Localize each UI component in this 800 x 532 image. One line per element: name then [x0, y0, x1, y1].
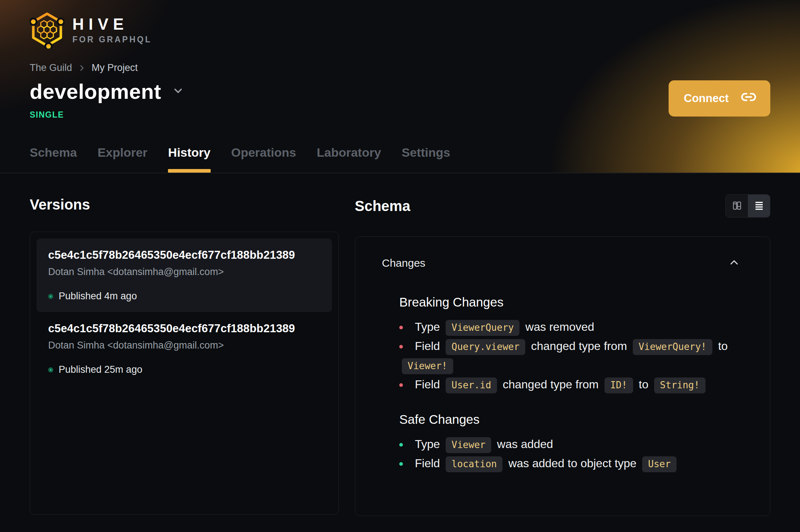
- link-icon: [741, 89, 757, 108]
- changes-body: Breaking ChangesType ViewerQuery was rem…: [382, 295, 742, 473]
- version-item[interactable]: c5e4c1c5f78b26465350e4ecf677cf188bb21389…: [37, 312, 332, 385]
- chevron-up-icon: [728, 256, 740, 270]
- code-chip: Query.viewer: [446, 339, 525, 355]
- page-title: development: [30, 79, 161, 104]
- version-hash: c5e4c1c5f78b26465350e4ecf677cf188bb21389: [48, 322, 320, 335]
- change-item: Field Query.viewer changed type from Vie…: [399, 337, 742, 375]
- code-chip: User: [642, 456, 677, 472]
- changes-section-title: Safe Changes: [399, 412, 742, 427]
- breadcrumb-project[interactable]: My Project: [92, 62, 138, 73]
- connect-button-label: Connect: [684, 92, 729, 105]
- code-chip: Viewer!: [402, 358, 453, 374]
- change-text: to: [718, 339, 728, 352]
- versions-heading: Versions: [30, 197, 339, 213]
- change-text: was added: [497, 438, 553, 451]
- change-item: Type Viewer was added: [399, 435, 742, 454]
- version-item[interactable]: c5e4c1c5f78b26465350e4ecf677cf188bb21389…: [37, 238, 332, 312]
- breadcrumb-org[interactable]: The Guild: [30, 62, 72, 73]
- version-status: Published 25m ago: [48, 364, 320, 375]
- change-text: Field: [415, 339, 440, 352]
- schema-heading: Schema: [355, 198, 410, 214]
- changes-panel: Changes Breaking ChangesType ViewerQuery…: [355, 236, 770, 516]
- changes-section-title: Breaking Changes: [399, 295, 742, 309]
- tab-operations[interactable]: Operations: [231, 145, 296, 173]
- change-item: Field User.id changed type from ID! to S…: [399, 375, 742, 394]
- breadcrumb: The Guild My Project: [30, 62, 800, 73]
- list-lines-icon: [754, 200, 765, 212]
- change-text: was removed: [525, 320, 594, 333]
- change-item: Type ViewerQuery was removed: [399, 317, 742, 337]
- code-chip: Viewer: [446, 437, 491, 453]
- code-chip: ID!: [605, 377, 633, 393]
- change-list: Type ViewerQuery was removed Field Query…: [399, 317, 742, 394]
- change-text: to: [639, 378, 649, 391]
- diff-view-button[interactable]: [726, 195, 748, 217]
- tab-explorer[interactable]: Explorer: [97, 145, 147, 173]
- code-chip: String!: [654, 377, 706, 393]
- changes-section-safe: Safe ChangesType Viewer was added Field …: [399, 412, 742, 473]
- published-dot-icon: [48, 367, 53, 372]
- code-chip: ViewerQuery: [446, 320, 519, 336]
- published-dot-icon: [48, 294, 53, 299]
- brand-name: HIVE: [72, 16, 152, 32]
- change-text: changed type from: [531, 339, 627, 352]
- brand-logo[interactable]: HIVE FOR GRAPHQL: [30, 0, 152, 50]
- changes-label: Changes: [382, 257, 425, 269]
- change-text: changed type from: [503, 378, 599, 391]
- tab-schema[interactable]: Schema: [30, 145, 77, 173]
- changes-section-breaking: Breaking ChangesType ViewerQuery was rem…: [399, 295, 742, 394]
- hive-hexagon-icon: [30, 10, 64, 50]
- schema-column: Schema: [355, 173, 770, 516]
- change-list: Type Viewer was added Field location was…: [399, 435, 742, 473]
- change-text: Type: [415, 320, 440, 333]
- version-hash: c5e4c1c5f78b26465350e4ecf677cf188bb21389: [48, 249, 320, 262]
- app-header: HIVE FOR GRAPHQL The Guild My Project de…: [0, 0, 800, 173]
- change-item: Field location was added to object type …: [399, 454, 742, 473]
- version-author: Dotan Simha <dotansimha@gmail.com>: [48, 266, 320, 278]
- tab-history[interactable]: History: [168, 145, 210, 173]
- list-view-button[interactable]: [748, 195, 770, 217]
- changes-collapse-header[interactable]: Changes: [382, 255, 742, 271]
- chevron-down-icon: [172, 85, 184, 98]
- versions-list: c5e4c1c5f78b26465350e4ecf677cf188bb21389…: [30, 232, 339, 515]
- hive-history-page: HIVE FOR GRAPHQL The Guild My Project de…: [0, 0, 800, 516]
- code-chip: ViewerQuery!: [633, 339, 712, 355]
- change-text: Field: [415, 457, 440, 470]
- code-chip: User.id: [446, 377, 497, 393]
- view-mode-toggle: [725, 194, 770, 218]
- version-author: Dotan Simha <dotansimha@gmail.com>: [48, 340, 320, 351]
- tab-laboratory[interactable]: Laboratory: [317, 145, 381, 173]
- change-text: was added to object type: [508, 457, 636, 470]
- chevron-right-icon: [78, 64, 86, 72]
- versions-column: Versions c5e4c1c5f78b26465350e4ecf677cf1…: [30, 173, 339, 516]
- change-text: Field: [415, 378, 440, 391]
- tab-bar: SchemaExplorerHistoryOperationsLaborator…: [30, 145, 450, 173]
- version-status-text: Published 4m ago: [59, 291, 137, 302]
- version-status-text: Published 25m ago: [59, 364, 142, 375]
- change-text: Type: [415, 438, 440, 451]
- version-status: Published 4m ago: [48, 291, 320, 302]
- main-content: Versions c5e4c1c5f78b26465350e4ecf677cf1…: [0, 173, 800, 516]
- code-chip: location: [446, 456, 502, 472]
- columns-icon: [732, 200, 742, 212]
- collapse-button[interactable]: [727, 255, 742, 271]
- connect-button[interactable]: Connect: [669, 80, 770, 117]
- brand-tagline: FOR GRAPHQL: [72, 35, 152, 44]
- tab-settings[interactable]: Settings: [402, 145, 450, 173]
